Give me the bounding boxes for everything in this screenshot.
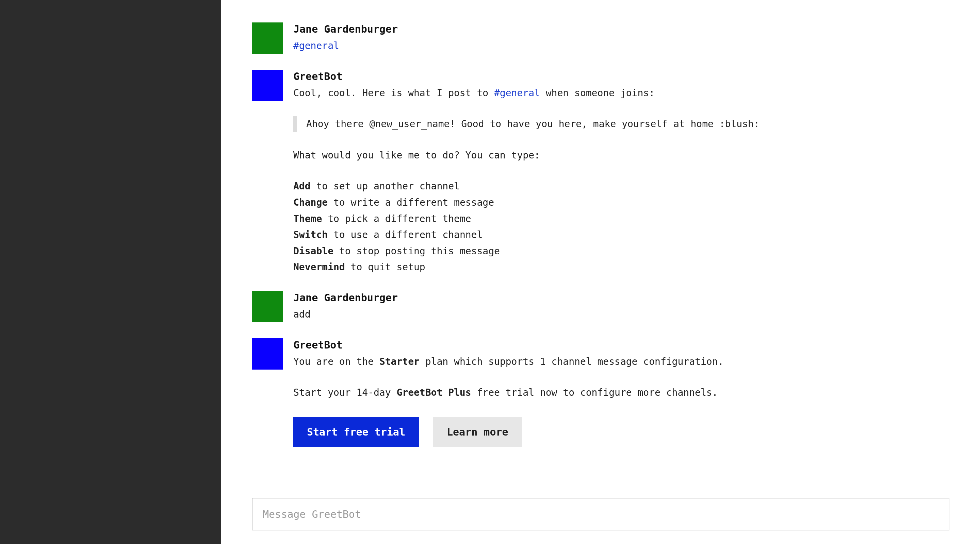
message-text: add [293, 306, 950, 323]
message-text: You are on the Starter plan which suppor… [293, 354, 950, 370]
message-body: Jane Gardenburger #general [293, 21, 950, 54]
main-panel: Jane Gardenburger #general GreetBot Cool… [221, 0, 980, 544]
sidebar [0, 0, 221, 544]
text-bold: GreetBot Plus [396, 387, 471, 398]
app-root: Jane Gardenburger #general GreetBot Cool… [0, 0, 980, 544]
message-body: GreetBot You are on the Starter plan whi… [293, 336, 950, 447]
message-author: Jane Gardenburger [293, 289, 950, 306]
message: GreetBot You are on the Starter plan whi… [252, 336, 950, 447]
learn-more-button[interactable]: Learn more [433, 417, 522, 447]
message: GreetBot Cool, cool. Here is what I post… [252, 68, 950, 275]
message-text: #general [293, 38, 950, 54]
command-line: Switch to use a different channel [293, 227, 950, 243]
command-line: Add to set up another channel [293, 178, 950, 195]
start-free-trial-button[interactable]: Start free trial [293, 417, 419, 447]
channel-mention[interactable]: #general [293, 40, 339, 51]
message-body: Jane Gardenburger add [293, 289, 950, 323]
text-fragment: You are on the [293, 356, 379, 367]
command-description: to write a different message [328, 197, 494, 208]
message-list: Jane Gardenburger #general GreetBot Cool… [252, 21, 950, 447]
message-text: Cool, cool. Here is what I post to #gene… [293, 85, 950, 102]
message: Jane Gardenburger add [252, 289, 950, 323]
message-body: GreetBot Cool, cool. Here is what I post… [293, 68, 950, 275]
text-fragment: free trial now to configure more channel… [471, 387, 718, 398]
channel-mention[interactable]: #general [494, 87, 540, 98]
message-author: Jane Gardenburger [293, 21, 950, 38]
text-fragment: Start your 14-day [293, 387, 396, 398]
avatar [252, 338, 283, 370]
text-fragment: when someone joins: [540, 87, 655, 98]
command-description: to quit setup [345, 262, 425, 273]
command-keyword: Theme [293, 213, 322, 224]
command-description: to use a different channel [328, 229, 482, 240]
button-row: Start free trial Learn more [293, 417, 950, 447]
command-list: Add to set up another channelChange to w… [293, 178, 950, 275]
avatar [252, 70, 283, 101]
command-keyword: Change [293, 197, 328, 208]
command-keyword: Switch [293, 229, 328, 240]
message-text: Start your 14-day GreetBot Plus free tri… [293, 385, 950, 401]
quoted-block: Ahoy there @new_user_name! Good to have … [293, 116, 950, 132]
avatar [252, 22, 283, 54]
command-description: to stop posting this message [334, 246, 500, 257]
message-author: GreetBot [293, 336, 950, 354]
command-keyword: Add [293, 181, 311, 192]
command-line: Disable to stop posting this message [293, 243, 950, 259]
avatar [252, 291, 283, 322]
quote-bar [293, 116, 297, 132]
message-author: GreetBot [293, 68, 950, 85]
command-line: Theme to pick a different theme [293, 211, 950, 227]
text-fragment: plan which supports 1 channel message co… [420, 356, 724, 367]
command-line: Change to write a different message [293, 195, 950, 211]
command-line: Nevermind to quit setup [293, 259, 950, 275]
text-bold: Starter [379, 356, 420, 367]
prompt-text: What would you like me to do? You can ty… [293, 147, 950, 163]
text-fragment: Cool, cool. Here is what I post to [293, 87, 494, 98]
command-description: to set up another channel [311, 181, 460, 192]
command-keyword: Disable [293, 246, 334, 257]
message: Jane Gardenburger #general [252, 21, 950, 54]
command-description: to pick a different theme [322, 213, 471, 224]
quote-text: Ahoy there @new_user_name! Good to have … [306, 116, 759, 132]
message-composer [252, 498, 950, 530]
message-input[interactable] [252, 498, 950, 530]
command-keyword: Nevermind [293, 262, 345, 273]
